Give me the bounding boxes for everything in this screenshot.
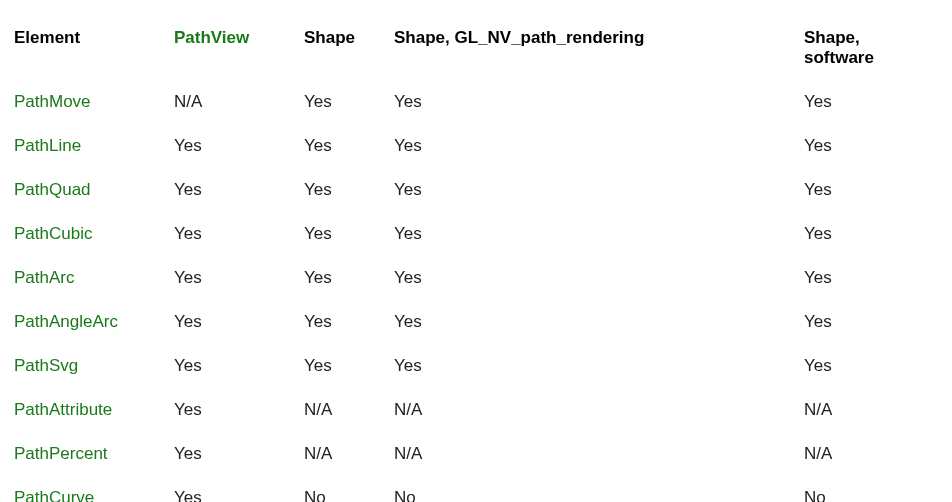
table-row: PathAngleArc Yes Yes Yes Yes	[14, 300, 938, 344]
shape-cell: No	[304, 476, 394, 502]
shape-gl-cell: Yes	[394, 344, 804, 388]
table-row: PathCurve Yes No No No	[14, 476, 938, 502]
element-cell: PathSvg	[14, 344, 174, 388]
header-shape-sw: Shape, software	[804, 16, 938, 80]
element-cell: PathAngleArc	[14, 300, 174, 344]
shape-gl-cell: Yes	[394, 168, 804, 212]
element-link[interactable]: PathCubic	[14, 224, 92, 243]
pathview-cell: Yes	[174, 300, 304, 344]
table-header-row: Element PathView Shape Shape, GL_NV_path…	[14, 16, 938, 80]
shape-sw-cell: N/A	[804, 432, 938, 476]
shape-gl-cell: No	[394, 476, 804, 502]
table-row: PathArc Yes Yes Yes Yes	[14, 256, 938, 300]
table-row: PathMove N/A Yes Yes Yes	[14, 80, 938, 124]
pathview-cell: Yes	[174, 476, 304, 502]
shape-gl-cell: Yes	[394, 124, 804, 168]
pathview-cell: Yes	[174, 124, 304, 168]
pathview-link[interactable]: PathView	[174, 28, 249, 47]
shape-cell: Yes	[304, 212, 394, 256]
header-element: Element	[14, 16, 174, 80]
table-body: PathMove N/A Yes Yes Yes PathLine Yes Ye…	[14, 80, 938, 502]
table-row: PathSvg Yes Yes Yes Yes	[14, 344, 938, 388]
shape-sw-cell: Yes	[804, 344, 938, 388]
shape-sw-cell: Yes	[804, 256, 938, 300]
header-pathview: PathView	[174, 16, 304, 80]
element-cell: PathAttribute	[14, 388, 174, 432]
pathview-cell: Yes	[174, 168, 304, 212]
shape-sw-cell: Yes	[804, 212, 938, 256]
element-cell: PathLine	[14, 124, 174, 168]
header-shape-gl: Shape, GL_NV_path_rendering	[394, 16, 804, 80]
element-link[interactable]: PathPercent	[14, 444, 108, 463]
element-link[interactable]: PathCurve	[14, 488, 94, 502]
pathview-cell: Yes	[174, 256, 304, 300]
header-shape: Shape	[304, 16, 394, 80]
element-link[interactable]: PathQuad	[14, 180, 91, 199]
table-row: PathPercent Yes N/A N/A N/A	[14, 432, 938, 476]
shape-sw-cell: Yes	[804, 80, 938, 124]
element-cell: PathQuad	[14, 168, 174, 212]
pathview-cell: Yes	[174, 388, 304, 432]
pathview-cell: N/A	[174, 80, 304, 124]
shape-sw-cell: Yes	[804, 300, 938, 344]
shape-sw-cell: No	[804, 476, 938, 502]
shape-gl-cell: Yes	[394, 212, 804, 256]
table-row: PathLine Yes Yes Yes Yes	[14, 124, 938, 168]
path-elements-table: Element PathView Shape Shape, GL_NV_path…	[14, 16, 938, 502]
shape-cell: Yes	[304, 80, 394, 124]
pathview-cell: Yes	[174, 212, 304, 256]
element-link[interactable]: PathSvg	[14, 356, 78, 375]
element-link[interactable]: PathAttribute	[14, 400, 112, 419]
shape-sw-cell: Yes	[804, 168, 938, 212]
shape-sw-cell: Yes	[804, 124, 938, 168]
element-cell: PathCubic	[14, 212, 174, 256]
shape-cell: Yes	[304, 300, 394, 344]
shape-cell: N/A	[304, 432, 394, 476]
shape-cell: Yes	[304, 344, 394, 388]
element-cell: PathCurve	[14, 476, 174, 502]
element-link[interactable]: PathMove	[14, 92, 91, 111]
element-cell: PathMove	[14, 80, 174, 124]
shape-gl-cell: N/A	[394, 432, 804, 476]
element-link[interactable]: PathArc	[14, 268, 74, 287]
shape-cell: Yes	[304, 168, 394, 212]
shape-gl-cell: N/A	[394, 388, 804, 432]
element-cell: PathPercent	[14, 432, 174, 476]
shape-gl-cell: Yes	[394, 80, 804, 124]
pathview-cell: Yes	[174, 344, 304, 388]
shape-cell: Yes	[304, 124, 394, 168]
shape-sw-cell: N/A	[804, 388, 938, 432]
shape-gl-cell: Yes	[394, 300, 804, 344]
element-link[interactable]: PathLine	[14, 136, 81, 155]
shape-cell: N/A	[304, 388, 394, 432]
table-row: PathQuad Yes Yes Yes Yes	[14, 168, 938, 212]
pathview-cell: Yes	[174, 432, 304, 476]
table-row: PathAttribute Yes N/A N/A N/A	[14, 388, 938, 432]
element-cell: PathArc	[14, 256, 174, 300]
shape-cell: Yes	[304, 256, 394, 300]
shape-gl-cell: Yes	[394, 256, 804, 300]
table-row: PathCubic Yes Yes Yes Yes	[14, 212, 938, 256]
element-link[interactable]: PathAngleArc	[14, 312, 118, 331]
